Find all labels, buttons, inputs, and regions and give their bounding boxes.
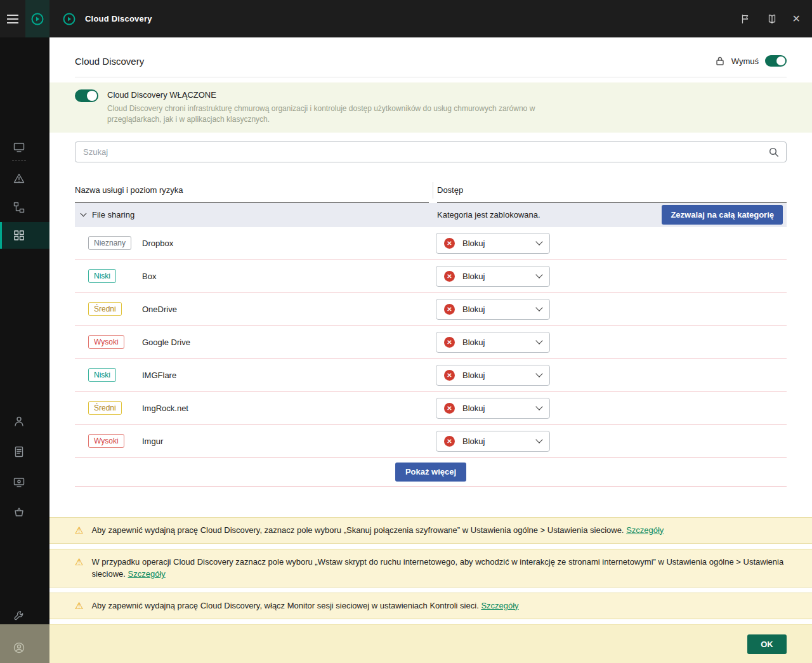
sidebar-item-devices-icon[interactable] bbox=[13, 476, 25, 489]
risk-badge: Niski bbox=[88, 269, 116, 283]
access-dropdown[interactable]: ✕ Blokuj bbox=[436, 332, 550, 353]
risk-badge: Wysoki bbox=[88, 335, 124, 349]
access-dropdown-value: Blokuj bbox=[462, 305, 485, 314]
risk-badge-cell: Wysoki bbox=[88, 335, 142, 349]
table-row: Nieznany Dropbox ✕ Blokuj bbox=[75, 227, 787, 260]
access-dropdown[interactable]: ✕ Blokuj bbox=[436, 233, 550, 254]
warning-text: Aby zapewnić wydajną pracę Cloud Discove… bbox=[91, 524, 664, 537]
warning-message: Aby zapewnić wydajną pracę Cloud Discove… bbox=[91, 601, 478, 610]
column-header-service: Nazwa usługi i poziom ryzyka bbox=[75, 178, 429, 203]
show-more-row: Pokaż więcej bbox=[75, 458, 787, 487]
sidebar-item-security-controls-icon[interactable] bbox=[13, 229, 25, 242]
risk-badge: Nieznany bbox=[88, 236, 131, 250]
app-logo-icon bbox=[30, 12, 44, 26]
sidebar-item-profile-icon[interactable] bbox=[13, 641, 25, 654]
risk-badge-cell: Średni bbox=[88, 302, 142, 316]
warning-icon: ⚠ bbox=[75, 600, 83, 612]
sidebar-item-reports-icon[interactable] bbox=[13, 445, 25, 458]
table-row: Wysoki Google Drive ✕ Blokuj bbox=[75, 326, 787, 359]
table-header: Nazwa usługi i poziom ryzyka Dostęp bbox=[75, 178, 787, 203]
table-row: Niski Box ✕ Blokuj bbox=[75, 260, 787, 293]
lock-icon bbox=[715, 56, 725, 66]
warning-message: Aby zapewnić wydajną pracę Cloud Discove… bbox=[91, 525, 624, 535]
status-banner-title: Cloud Discovery WŁĄCZONE bbox=[107, 89, 545, 101]
topbar: Cloud Discovery ✕ bbox=[0, 0, 812, 37]
table-row: Niski IMGFlare ✕ Blokuj bbox=[75, 359, 787, 392]
sidebar-item-settings-icon[interactable] bbox=[13, 610, 25, 622]
service-rows: Nieznany Dropbox ✕ Blokuj Niski Box bbox=[75, 227, 787, 458]
block-icon: ✕ bbox=[444, 436, 455, 447]
access-dropdown-value: Blokuj bbox=[462, 338, 485, 347]
access-dropdown[interactable]: ✕ Blokuj bbox=[436, 365, 550, 386]
enforce-label: Wymuś bbox=[731, 56, 759, 66]
access-dropdown-value: Blokuj bbox=[462, 437, 485, 446]
chevron-down-icon bbox=[535, 371, 542, 377]
service-name: Google Drive bbox=[142, 338, 190, 347]
page-header: Cloud Discovery Wymuś bbox=[75, 55, 787, 77]
service-name: OneDrive bbox=[142, 305, 177, 314]
enforce-toggle[interactable] bbox=[765, 55, 787, 67]
column-divider bbox=[429, 178, 437, 203]
service-name: IMGFlare bbox=[142, 371, 176, 380]
sidebar-item-monitoring-icon[interactable] bbox=[13, 141, 25, 154]
footer: OK bbox=[49, 624, 812, 663]
access-dropdown[interactable]: ✕ Blokuj bbox=[436, 431, 550, 452]
table-row: Średni ImgRock.net ✕ Blokuj bbox=[75, 392, 787, 425]
block-icon: ✕ bbox=[444, 370, 455, 381]
warning-banner: ⚠ W przypadku operacji Cloud Discovery z… bbox=[49, 549, 812, 588]
risk-badge-cell: Wysoki bbox=[88, 434, 142, 448]
status-banner-description: Cloud Discovery chroni infrastrukturę ch… bbox=[107, 103, 545, 125]
warning-text: Aby zapewnić wydajną pracę Cloud Discove… bbox=[91, 600, 518, 612]
cloud-discovery-toggle[interactable] bbox=[75, 89, 98, 102]
chevron-down-icon bbox=[535, 239, 542, 246]
risk-badge: Średni bbox=[88, 401, 122, 415]
cloud-discovery-panel: Cloud Discovery Wymuś Cloud Discovery WŁ… bbox=[49, 37, 812, 663]
risk-badge: Niski bbox=[88, 368, 116, 382]
details-link[interactable]: Szczegóły bbox=[128, 569, 166, 579]
sidebar-item-users-icon[interactable] bbox=[13, 415, 25, 428]
help-book-icon[interactable] bbox=[766, 13, 778, 25]
ok-button[interactable]: OK bbox=[747, 634, 787, 654]
block-icon: ✕ bbox=[444, 304, 455, 315]
sidebar-item-network-tree-icon[interactable] bbox=[13, 201, 25, 214]
close-icon[interactable]: ✕ bbox=[792, 14, 801, 24]
page-title: Cloud Discovery bbox=[75, 56, 144, 67]
access-dropdown[interactable]: ✕ Blokuj bbox=[436, 299, 550, 320]
show-more-button[interactable]: Pokaż więcej bbox=[395, 463, 466, 482]
details-link[interactable]: Szczegóły bbox=[626, 525, 664, 535]
sidebar-item-alerts-icon[interactable] bbox=[13, 172, 25, 185]
warning-text: W przypadku operacji Cloud Discovery zaz… bbox=[91, 556, 787, 581]
chevron-down-icon bbox=[535, 338, 542, 345]
block-icon: ✕ bbox=[444, 403, 455, 414]
risk-badge-cell: Nieznany bbox=[88, 236, 142, 250]
service-name: ImgRock.net bbox=[142, 404, 188, 413]
chevron-down-icon bbox=[535, 272, 542, 279]
warning-icon: ⚠ bbox=[75, 556, 83, 568]
app-tab-active[interactable] bbox=[25, 0, 49, 37]
warning-icon: ⚠ bbox=[75, 524, 83, 537]
chevron-down-icon bbox=[535, 404, 542, 410]
chevron-down-icon bbox=[535, 305, 542, 312]
table-row: Średni OneDrive ✕ Blokuj bbox=[75, 293, 787, 326]
search-icon[interactable] bbox=[768, 147, 779, 157]
column-header-access: Dostęp bbox=[437, 178, 787, 203]
sidebar-item-license-icon[interactable] bbox=[13, 506, 25, 519]
risk-badge: Wysoki bbox=[88, 434, 124, 448]
details-link[interactable]: Szczegóły bbox=[481, 601, 518, 610]
risk-badge: Średni bbox=[88, 302, 122, 316]
access-dropdown[interactable]: ✕ Blokuj bbox=[436, 398, 550, 419]
access-dropdown-value: Blokuj bbox=[462, 371, 485, 380]
menu-icon[interactable] bbox=[0, 0, 25, 37]
access-dropdown-value: Blokuj bbox=[462, 239, 485, 248]
warning-banner: ⚠ Aby zapewnić wydajną pracę Cloud Disco… bbox=[49, 517, 812, 544]
category-row: File sharing Kategoria jest zablokowana.… bbox=[75, 203, 787, 227]
category-toggle[interactable]: File sharing bbox=[81, 210, 437, 220]
window-title: Cloud Discovery bbox=[85, 14, 152, 23]
table-row: Wysoki Imgur ✕ Blokuj bbox=[75, 425, 787, 458]
search-input[interactable] bbox=[75, 141, 787, 162]
service-name: Dropbox bbox=[142, 239, 173, 248]
allow-category-button[interactable]: Zezwalaj na całą kategorię bbox=[662, 205, 783, 225]
access-dropdown[interactable]: ✕ Blokuj bbox=[436, 266, 550, 287]
window-logo-icon bbox=[62, 12, 76, 26]
feedback-flag-icon[interactable] bbox=[739, 13, 752, 25]
